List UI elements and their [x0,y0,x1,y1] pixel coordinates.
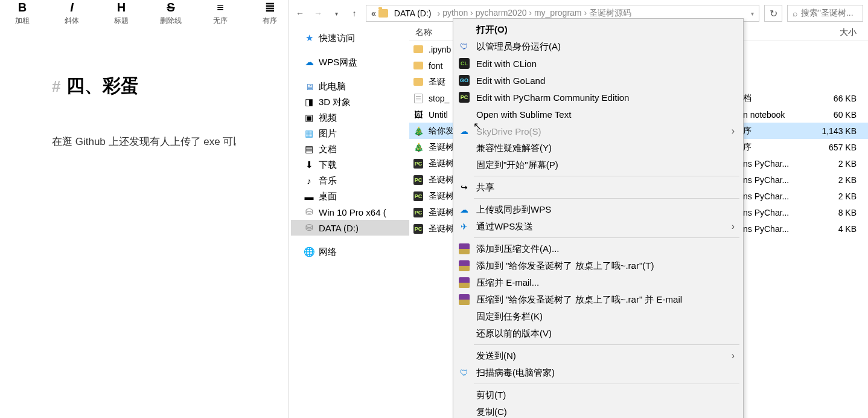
bold-button-glyph: B [18,0,27,14]
editor-content[interactable]: # 四、彩蛋 在逛 Github 上还发现有人上传了 exe 可以 [0,31,288,149]
ctx-item[interactable]: 发送到(N) › [453,347,743,364]
desk-icon: ▬ [304,191,314,201]
send-icon: ✈ [458,220,470,233]
share-icon: ↪ [458,181,470,193]
ctx-label: 添加到 "给你发圣诞树了 放桌上了哦~.rar"(T) [476,260,654,272]
ctx-item[interactable]: Open with Sublime Text [453,106,743,123]
folder-tree[interactable]: ★ 快速访问☁ WPS网盘🖥 此电脑◨ 3D 对象▣ 视频▦ 图片▤ 文档⬇ 下… [289,24,409,418]
ctx-label: 压缩到 "给你发圣诞树了 放桌上了哦~.rar" 并 E-mail [476,294,682,306]
tree-music[interactable]: ♪ 音乐 [291,173,409,188]
file-icon: PC [413,223,424,234]
ctx-item[interactable]: PC Edit with PyCharm Community Edition [453,89,743,106]
submenu-arrow-icon: › [732,221,735,232]
ctx-item[interactable]: 复制(C) [453,404,743,418]
ctx-item[interactable]: 添加到 "给你发圣诞树了 放桌上了哦~.rar"(T) [453,257,743,274]
nav-forward-button[interactable]: → [311,7,325,20]
ctx-item[interactable]: 剪切(T) [453,387,743,404]
breadcrumb-drive[interactable]: DATA (D:) [391,8,435,18]
tree-videos[interactable]: ▣ 视频 [291,110,409,126]
file-icon [413,60,424,71]
tree-drive-c[interactable]: ⛁ Win 10 Pro x64 ( [291,204,409,220]
addressbar-dropdown-icon[interactable]: ▾ [751,10,754,17]
cloud2-icon: ☁ [458,204,470,216]
ctx-label: 复制(C) [476,407,507,418]
file-type: 序 [743,142,809,153]
strike-button[interactable]: S 删除线 [157,0,185,26]
tree-label: 桌面 [319,191,337,202]
tree-label: 音乐 [319,175,337,187]
heading-button[interactable]: H 标题 [107,0,135,26]
ctx-item[interactable]: 打开(O) [453,21,743,38]
bold-button[interactable]: B 加粗 [8,0,36,26]
ctx-label: 扫描病毒(电脑管家) [476,367,555,379]
ol-button[interactable]: ≣ 有序 [256,0,284,26]
tree-3d-objects[interactable]: ◨ 3D 对象 [291,94,409,110]
ctx-item[interactable]: 压缩到 "给你发圣诞树了 放桌上了哦~.rar" 并 E-mail [453,291,743,308]
tree-quick-access[interactable]: ★ 快速访问 [291,30,409,46]
italic-button-glyph: I [70,0,74,14]
ctx-item[interactable]: GO Edit with GoLand [453,72,743,89]
file-explorer: ← → ▾ ↑ « DATA (D:) › python › pycharm20… [289,0,868,418]
file-type: ns PyChar... [743,224,809,234]
video-icon: ▣ [304,113,314,123]
tree-wps-cloud[interactable]: ☁ WPS网盘 [291,54,409,70]
ctx-item[interactable]: 压缩并 E-mail... [453,274,743,291]
drive-icon: ⛁ [304,207,314,217]
rar-icon [458,260,470,272]
ctx-label: Edit with PyCharm Community Edition [476,92,629,103]
file-type: ns PyChar... [743,191,809,201]
paragraph-text[interactable]: 在逛 Github 上还发现有人上传了 exe 可以 [52,135,236,149]
heading-line[interactable]: # 四、彩蛋 [52,74,236,98]
tree-label: 快速访问 [319,33,355,44]
ctx-item[interactable]: 固定到任务栏(K) [453,308,743,325]
file-size: 1,143 KB [809,126,864,136]
markdown-editor-pane: B 加粗I 斜体H 标题S 删除线≡ 无序≣ 有序 # 四、彩蛋 在逛 Gith… [0,0,289,418]
ctx-label: 固定到任务栏(K) [476,311,543,323]
tree-pictures[interactable]: ▦ 图片 [291,126,409,141]
ctx-item[interactable]: 固定到"开始"屏幕(P) [453,156,743,173]
ul-button[interactable]: ≡ 无序 [206,0,234,26]
strike-button-glyph: S [167,0,174,14]
tree-desktop[interactable]: ▬ 桌面 [291,188,409,204]
italic-button[interactable]: I 斜体 [58,0,86,26]
ctx-item[interactable]: ✈ 通过WPS发送 › [453,218,743,235]
search-input[interactable]: ⌕ 搜索"圣诞树... [787,5,863,22]
ctx-item[interactable]: 还原以前的版本(V) [453,325,743,342]
ctx-item[interactable]: 兼容性疑难解答(Y) [453,140,743,156]
tree-network[interactable]: 🌐 网络 [291,244,409,260]
ctx-label: 压缩并 E-mail... [476,277,539,289]
file-icon: PC [413,191,424,202]
rar-icon [458,294,470,306]
context-menu[interactable]: 打开(O) 🛡 以管理员身份运行(A) CL Edit with CLion G… [453,18,744,418]
ctx-item[interactable]: ☁ 上传或同步到WPS [453,201,743,218]
header-size[interactable]: 大小 [809,27,864,38]
star-icon: ★ [304,33,314,43]
tree-downloads[interactable]: ⬇ 下载 [291,157,409,173]
tree-drive-d[interactable]: ⛁ DATA (D:) [291,220,409,236]
nav-back-button[interactable]: ← [293,7,307,20]
ctx-label: 添加到压缩文件(A)... [476,243,560,255]
tree-label: 下载 [319,159,337,171]
ctx-item[interactable]: ↪ 共享 [453,179,743,196]
tree-this-pc[interactable]: 🖥 此电脑 [291,79,409,94]
ctx-item[interactable]: 添加到压缩文件(A)... [453,240,743,257]
ctx-label: 固定到"开始"屏幕(P) [476,159,558,171]
tree-label: 此电脑 [319,81,346,92]
down-icon: ⬇ [304,160,314,170]
file-size: 2 KB [809,175,864,185]
search-icon: ⌕ [793,8,797,18]
nav-up-button[interactable]: ↑ [348,7,361,20]
tree-label: 图片 [319,128,337,140]
tree-documents[interactable]: ▤ 文档 [291,141,409,157]
ctx-item[interactable]: 🛡 以管理员身份运行(A) [453,38,743,55]
ctx-item[interactable]: 🛡 扫描病毒(电脑管家) [453,364,743,381]
tree-label: 视频 [319,112,337,124]
file-size: 60 KB [809,110,864,120]
ctx-item[interactable]: CL Edit with CLion [453,55,743,72]
refresh-button[interactable]: ↻ [764,5,782,22]
file-icon [413,77,424,88]
nav-history-button[interactable]: ▾ [330,7,343,20]
tree-label: 网络 [319,246,337,258]
file-type: ns PyChar... [743,208,809,217]
ctx-label: 通过WPS发送 [476,221,533,233]
